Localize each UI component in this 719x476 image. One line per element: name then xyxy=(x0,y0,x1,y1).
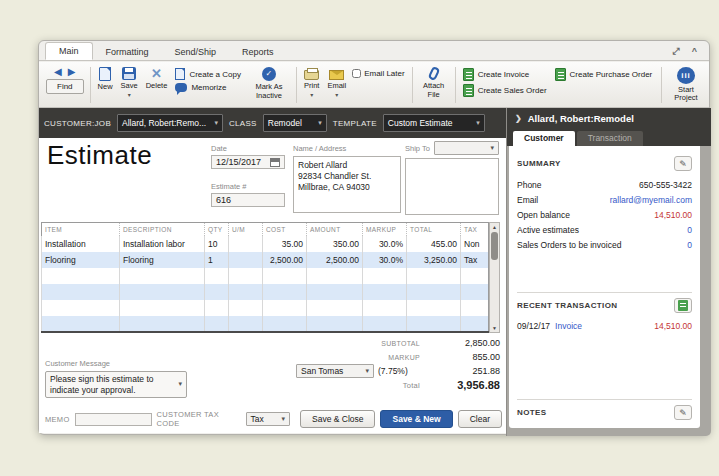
class-label: CLASS xyxy=(229,119,257,128)
template-dropdown[interactable]: Custom Estimate ▾ xyxy=(383,114,485,132)
tab-reports[interactable]: Reports xyxy=(229,44,287,60)
create-invoice-button[interactable]: Create Invoice xyxy=(463,68,547,81)
estimate-number-input[interactable]: 616 xyxy=(211,193,285,207)
main-toolbar: ◀ ▶ Find New Save ▾ ✕ Delete Create a Co… xyxy=(39,62,709,108)
restore-window-icon[interactable]: ⤢ xyxy=(673,46,680,57)
save-and-close-button[interactable]: Save & Close xyxy=(300,410,376,428)
create-purchase-order-button[interactable]: Create Purchase Order xyxy=(555,68,653,81)
scrollbar-thumb[interactable] xyxy=(491,232,498,260)
ship-to-box[interactable] xyxy=(405,158,499,215)
customer-job-dropdown[interactable]: Allard, Robert:Remo... ▾ xyxy=(117,114,223,132)
start-project-button[interactable]: iii Start Project xyxy=(665,65,707,105)
class-dropdown[interactable]: Remodel ▾ xyxy=(263,114,327,132)
create-copy-label: Create a Copy xyxy=(189,70,241,79)
print-dropdown-icon[interactable]: ▾ xyxy=(310,93,313,97)
cell-cost[interactable]: 35.00 xyxy=(263,236,307,252)
cell-cost[interactable]: 2,500.00 xyxy=(263,252,307,268)
calendar-icon[interactable] xyxy=(270,158,280,167)
panel-header[interactable]: ❯ Allard, Robert:Remodel xyxy=(507,108,711,128)
find-button[interactable]: Find xyxy=(46,79,84,94)
cell-tax[interactable]: Non xyxy=(461,236,489,252)
grid-scrollbar[interactable]: ▲ ▼ xyxy=(489,222,500,333)
cell-item[interactable]: Installation xyxy=(42,236,120,252)
customer-tax-code-dropdown[interactable]: Tax ▾ xyxy=(246,412,290,426)
cell-amount[interactable]: 2,500.00 xyxy=(307,252,363,268)
email-link[interactable]: rallard@myemail.com xyxy=(610,195,692,205)
new-transaction-button[interactable] xyxy=(674,298,692,313)
back-arrow-icon[interactable]: ◀ xyxy=(54,66,62,77)
cell-item[interactable]: Flooring xyxy=(42,252,120,268)
cell-um[interactable] xyxy=(229,236,263,252)
inactive-check-icon: ✓ xyxy=(262,67,276,81)
clear-button[interactable]: Clear xyxy=(458,410,502,428)
transaction-type-link[interactable]: Invoice xyxy=(555,321,582,331)
cell-qty[interactable]: 10 xyxy=(205,236,229,252)
name-address-box[interactable]: Robert Allard 92834 Chandler St. Millbra… xyxy=(293,156,401,213)
email-button[interactable]: Email ▾ xyxy=(323,65,350,105)
cell-tax[interactable]: Tax xyxy=(461,252,489,268)
empty-line-row[interactable] xyxy=(42,316,489,332)
attach-file-button[interactable]: Attach File xyxy=(416,65,452,105)
col-qty: QTY xyxy=(205,223,229,236)
date-input[interactable]: 12/15/2017 xyxy=(211,155,285,169)
estimate-form: Estimate Date 12/15/2017 Estimate # 616 … xyxy=(39,138,506,433)
summary-row: Phone 650-555-3422 xyxy=(517,177,692,192)
sales-orders-value[interactable]: 0 xyxy=(687,240,692,250)
email-later-checkbox[interactable] xyxy=(352,69,361,78)
memo-input[interactable] xyxy=(75,413,152,426)
phone-label: Phone xyxy=(517,180,542,190)
expand-panel-icon[interactable]: ❯ xyxy=(515,114,522,123)
save-button[interactable]: Save ▾ xyxy=(117,65,142,105)
tax-item-dropdown[interactable]: San Tomas ▾ xyxy=(296,364,374,378)
new-button[interactable]: New xyxy=(94,65,117,105)
cell-total[interactable]: 3,250.00 xyxy=(407,252,461,268)
estimate-window: Main Formatting Send/Ship Reports ⤢ ^ ◀ … xyxy=(38,40,710,435)
customer-message-dropdown[interactable]: Please sign this estimate to indicate yo… xyxy=(45,371,187,398)
save-dropdown-icon[interactable]: ▾ xyxy=(128,93,131,97)
print-button[interactable]: Print ▾ xyxy=(300,65,323,105)
save-and-new-button[interactable]: Save & New xyxy=(380,410,452,428)
empty-line-row[interactable] xyxy=(42,268,489,284)
cell-markup[interactable]: 30.0% xyxy=(363,236,407,252)
tax-rate-label: (7.75%) xyxy=(374,366,420,376)
mark-as-inactive-button[interactable]: ✓ Mark As Inactive xyxy=(245,65,293,105)
tax-amount-value: 251.88 xyxy=(420,366,500,376)
panel-card: SUMMARY ✎ Phone 650-555-3422 Email ralla… xyxy=(509,146,700,428)
collapse-ribbon-icon[interactable]: ^ xyxy=(692,46,697,57)
col-cost: COST xyxy=(263,223,307,236)
forward-arrow-icon[interactable]: ▶ xyxy=(68,66,76,77)
envelope-icon xyxy=(329,70,344,80)
tab-formatting[interactable]: Formatting xyxy=(93,44,162,60)
memorize-button[interactable]: Memorize xyxy=(175,83,241,92)
empty-line-row[interactable] xyxy=(42,300,489,316)
total-value: 3,956.88 xyxy=(420,379,500,391)
cell-total[interactable]: 455.00 xyxy=(407,236,461,252)
email-dropdown-icon[interactable]: ▾ xyxy=(335,93,338,97)
customer-tax-code-label: CUSTOMER TAX CODE xyxy=(157,410,241,428)
edit-notes-button[interactable]: ✎ xyxy=(674,405,692,420)
cell-description[interactable]: Flooring xyxy=(120,252,205,268)
scroll-up-icon[interactable]: ▲ xyxy=(492,223,497,231)
cell-amount[interactable]: 350.00 xyxy=(307,236,363,252)
save-label: Save xyxy=(121,82,138,91)
cell-markup[interactable]: 30.0% xyxy=(363,252,407,268)
panel-tab-customer[interactable]: Customer xyxy=(513,131,575,146)
tab-main[interactable]: Main xyxy=(45,42,93,60)
ship-to-dropdown[interactable]: ▾ xyxy=(434,141,499,155)
create-copy-button[interactable]: Create a Copy xyxy=(175,68,241,80)
paperclip-icon xyxy=(427,66,440,81)
open-balance-value[interactable]: 14,510.00 xyxy=(654,210,692,220)
cell-description[interactable]: Installation labor xyxy=(120,236,205,252)
new-document-icon xyxy=(99,67,111,81)
cell-um[interactable] xyxy=(229,252,263,268)
form-title: Estimate xyxy=(47,140,152,171)
scroll-down-icon[interactable]: ▼ xyxy=(492,324,497,332)
cell-qty[interactable]: 1 xyxy=(205,252,229,268)
empty-line-row[interactable] xyxy=(42,284,489,300)
delete-button[interactable]: ✕ Delete xyxy=(142,65,172,105)
tab-sendship[interactable]: Send/Ship xyxy=(162,44,230,60)
create-sales-order-button[interactable]: Create Sales Order xyxy=(463,84,547,97)
edit-summary-button[interactable]: ✎ xyxy=(674,156,692,171)
panel-tab-transaction[interactable]: Transaction xyxy=(577,131,643,146)
active-estimates-value[interactable]: 0 xyxy=(687,225,692,235)
